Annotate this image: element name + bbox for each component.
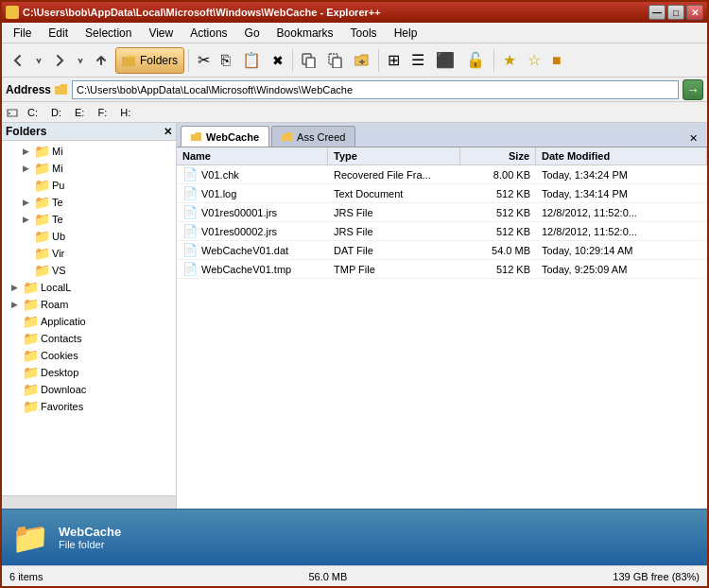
tab-asscreed[interactable]: Ass Creed xyxy=(271,126,355,147)
tree-item-mi1[interactable]: ▶ 📁 Mi xyxy=(2,143,176,160)
folders-button[interactable]: Folders xyxy=(115,47,184,74)
open-button[interactable]: 🔓 xyxy=(461,47,490,74)
menu-bar: File Edit Selection View Actions Go Book… xyxy=(2,23,707,43)
file-row[interactable]: 📄V01.log Text Document 512 KB Today, 1:3… xyxy=(177,184,707,203)
column-size[interactable]: Size xyxy=(460,147,536,164)
tree-item-applicatio[interactable]: 📁 Applicatio xyxy=(2,313,176,330)
folders-close-button[interactable]: ✕ xyxy=(164,126,172,138)
tab-asscreed-icon xyxy=(282,132,293,142)
file-type: DAT File xyxy=(328,241,460,259)
cut-button[interactable]: ✂ xyxy=(193,47,215,74)
tab-webcache[interactable]: WebCache xyxy=(181,126,269,147)
svg-rect-4 xyxy=(333,58,341,68)
menu-tools[interactable]: Tools xyxy=(343,25,385,42)
up-button[interactable] xyxy=(89,47,113,74)
folders-header-label: Folders xyxy=(6,125,46,138)
tab-close-button[interactable]: ✕ xyxy=(683,130,703,147)
color-button[interactable]: ■ xyxy=(547,47,566,74)
column-name[interactable]: Name xyxy=(177,147,328,164)
new-folder-button[interactable] xyxy=(350,47,374,74)
copy-button[interactable]: ⎘ xyxy=(216,47,235,74)
tree-item-desktop[interactable]: 📁 Desktop xyxy=(2,364,176,381)
file-row[interactable]: 📄V01res00002.jrs JRS File 512 KB 12/8/20… xyxy=(177,222,707,241)
maximize-button[interactable]: □ xyxy=(667,5,684,20)
drive-c[interactable]: C: xyxy=(23,105,43,120)
tab-webcache-icon xyxy=(191,132,202,142)
move-to-button[interactable] xyxy=(323,47,348,74)
tree-item-mi2[interactable]: ▶ 📁 Mi xyxy=(2,160,176,177)
tree-item-te1[interactable]: ▶ 📁 Te xyxy=(2,194,176,211)
window-icon xyxy=(6,6,19,19)
folders-header: Folders ✕ xyxy=(2,123,176,141)
dropdown-arrow-forward[interactable] xyxy=(74,47,87,74)
tree-item-roam[interactable]: ▶ 📁 Roam xyxy=(2,296,176,313)
folders-h-scroll[interactable] xyxy=(2,495,176,509)
tree-item-contacts[interactable]: 📁 Contacts xyxy=(2,330,176,347)
file-date: Today, 1:34:24 PM xyxy=(536,165,707,183)
tabs-bar: WebCache Ass Creed ✕ xyxy=(177,123,707,147)
back-button[interactable] xyxy=(6,47,30,74)
file-row[interactable]: 📄V01.chk Recovered File Fra... 8.00 KB T… xyxy=(177,165,707,184)
column-date[interactable]: Date Modified xyxy=(536,147,707,164)
column-type[interactable]: Type xyxy=(328,147,460,164)
delete-button[interactable]: ✖ xyxy=(268,47,288,74)
tree-item-te2[interactable]: ▶ 📁 Te xyxy=(2,211,176,228)
tree-item-vir[interactable]: 📁 Vir xyxy=(2,245,176,262)
menu-file[interactable]: File xyxy=(6,25,39,42)
file-type: Recovered File Fra... xyxy=(328,165,460,183)
drive-h[interactable]: H: xyxy=(115,105,135,120)
tree-item-vs[interactable]: 📁 VS xyxy=(2,262,176,279)
tree-item-pu[interactable]: 📁 Pu xyxy=(2,177,176,194)
address-bar: Address → xyxy=(2,78,707,102)
tree-item-ub[interactable]: 📁 Ub xyxy=(2,228,176,245)
address-input[interactable] xyxy=(72,80,679,99)
drive-f[interactable]: F: xyxy=(93,105,112,120)
menu-go[interactable]: Go xyxy=(237,25,268,42)
menu-bookmarks[interactable]: Bookmarks xyxy=(269,25,341,42)
list-view-button[interactable]: ⊞ xyxy=(383,47,405,74)
tree-item-favorites[interactable]: 📁 Favorites xyxy=(2,398,176,415)
bottom-folder-name: WebCache xyxy=(59,525,121,539)
svg-rect-0 xyxy=(122,57,135,66)
address-folder-icon xyxy=(55,83,68,96)
file-name: 📄V01res00002.jrs xyxy=(177,222,328,240)
file-size: 8.00 KB xyxy=(460,165,536,183)
status-size: 56.0 MB xyxy=(308,571,347,582)
minimize-button[interactable]: — xyxy=(648,5,666,20)
file-row[interactable]: 📄WebCacheV01.dat DAT File 54.0 MB Today,… xyxy=(177,241,707,260)
address-go-button[interactable]: → xyxy=(683,79,703,100)
menu-edit[interactable]: Edit xyxy=(41,25,76,42)
open-terminal-button[interactable]: ⬛ xyxy=(431,47,459,74)
files-list: Name Type Size Date Modified 📄V01.chk Re… xyxy=(177,147,707,509)
bottom-panel: 📁 WebCache File folder xyxy=(2,509,707,565)
forward-button[interactable] xyxy=(47,47,72,74)
file-row[interactable]: 📄WebCacheV01.tmp TMP File 512 KB Today, … xyxy=(177,260,707,279)
folders-tree[interactable]: ▶ 📁 Mi ▶ 📁 Mi 📁 Pu ▶ 📁 Te xyxy=(2,141,176,495)
tree-item-cookies[interactable]: 📁 Cookies xyxy=(2,347,176,364)
paste-button[interactable]: 📋 xyxy=(237,47,266,74)
tree-item-downloads[interactable]: 📁 Downloac xyxy=(2,381,176,398)
file-row[interactable]: 📄V01res00001.jrs JRS File 512 KB 12/8/20… xyxy=(177,203,707,222)
bookmark-button[interactable]: ☆ xyxy=(523,47,545,74)
tree-item-locall[interactable]: ▶ 📁 LocalL xyxy=(2,279,176,296)
drive-d[interactable]: D: xyxy=(46,105,66,120)
menu-view[interactable]: View xyxy=(141,25,181,42)
file-name: 📄WebCacheV01.tmp xyxy=(177,260,328,278)
dropdown-arrow-back[interactable] xyxy=(32,47,45,74)
svg-point-7 xyxy=(9,112,10,114)
file-date: 12/8/2012, 11:52:0... xyxy=(536,203,707,221)
toolbar-sep-1 xyxy=(188,49,189,72)
close-button[interactable]: ✕ xyxy=(686,5,703,20)
menu-actions[interactable]: Actions xyxy=(182,25,234,42)
details-view-button[interactable]: ☰ xyxy=(406,47,429,74)
menu-selection[interactable]: Selection xyxy=(78,25,139,42)
menu-help[interactable]: Help xyxy=(387,25,425,42)
main-content: Folders ✕ ▶ 📁 Mi ▶ 📁 Mi 📁 Pu xyxy=(2,123,707,509)
copy-to-button[interactable] xyxy=(297,47,321,74)
bottom-info: WebCache File folder xyxy=(59,525,121,550)
tab-asscreed-label: Ass Creed xyxy=(297,131,345,143)
drive-e[interactable]: E: xyxy=(70,105,89,120)
bookmark-add-button[interactable]: ★ xyxy=(498,47,521,74)
file-size: 54.0 MB xyxy=(460,241,536,259)
file-size: 512 KB xyxy=(460,184,536,202)
